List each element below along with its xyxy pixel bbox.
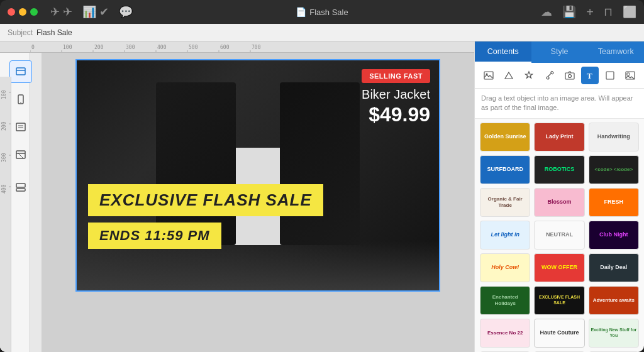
svg-rect-17 — [0, 77, 11, 352]
main-layout: 0 100 200 300 400 500 600 700 — [0, 41, 644, 352]
svg-rect-46 — [627, 73, 630, 75]
svg-rect-44 — [606, 72, 614, 79]
canvas-scroll[interactable]: SELLING FAST Biker Jacket $49.99 EXCLUSI… — [42, 53, 474, 352]
svg-point-42 — [568, 75, 571, 78]
style-item-let-light-in[interactable]: Let light in — [480, 221, 530, 250]
style-item-exclusive-flash-sale[interactable]: EXCLUSIVE FLASH SALE — [534, 286, 584, 315]
svg-text:700: 700 — [252, 45, 261, 50]
window-title: Flash Sale — [309, 8, 348, 17]
cloud-icon[interactable]: ☁ — [541, 5, 552, 19]
tab-teamwork[interactable]: Teamwork — [587, 41, 644, 63]
svg-text:0: 0 — [31, 45, 35, 50]
style-item-wow-offer[interactable]: WOW OFFER — [534, 253, 584, 282]
product-price: $49.99 — [369, 103, 430, 126]
style-item-essence-no22[interactable]: Essence No 22 — [480, 319, 530, 348]
window-title-area: 📄 Flash Sale — [296, 7, 348, 17]
svg-text:300: 300 — [1, 153, 7, 162]
tab-style[interactable]: Style — [531, 41, 588, 63]
jacket-left — [156, 82, 236, 245]
svg-point-29 — [20, 102, 21, 103]
email-canvas: SELLING FAST Biker Jacket $49.99 EXCLUSI… — [75, 59, 440, 292]
style-item-handwriting[interactable]: Handwriting — [589, 123, 639, 151]
style-item-organic[interactable]: Organic & Fair Trade — [480, 188, 530, 217]
add-icon[interactable]: + — [586, 5, 594, 19]
panel-toolbar: T — [475, 63, 644, 89]
tab-contents[interactable]: Contents — [475, 41, 531, 63]
product-title: Biker Jacket — [362, 87, 430, 102]
hero-image: SELLING FAST Biker Jacket $49.99 EXCLUSI… — [75, 59, 440, 292]
style-item-club-night[interactable]: Club Night — [589, 221, 639, 250]
pt-triangle[interactable] — [500, 67, 518, 84]
style-item-fresh[interactable]: FRESH — [589, 188, 639, 217]
svg-line-35 — [18, 153, 23, 158]
toolbar-right: ☁ 💾 + ⊓ ⬜ — [541, 5, 636, 19]
style-item-robotics[interactable]: ROBOTICS — [534, 155, 584, 184]
pt-image[interactable] — [480, 67, 497, 84]
svg-text:100: 100 — [1, 90, 7, 99]
svg-rect-38 — [484, 72, 493, 79]
toolbar-left: ✈ ✈ 📊 ✔ 💬 — [50, 5, 133, 19]
svg-text:400: 400 — [157, 45, 167, 50]
style-item-adventure-awaits[interactable]: Adventure awaits — [589, 286, 639, 315]
svg-rect-26 — [16, 68, 25, 75]
style-item-haute-couture[interactable]: Haute Couture — [534, 319, 584, 348]
flash-sale-text: EXCLUSIVE FLASH SALE — [99, 190, 312, 209]
panel-hint: Drag a text object into an image area. W… — [475, 89, 644, 119]
style-item-holy-cow[interactable]: Holy Cow! — [480, 253, 530, 282]
canvas-area: 0 100 200 300 400 500 600 700 — [0, 41, 474, 352]
selling-fast-badge: SELLING FAST — [362, 69, 430, 83]
tool-buttons — [9, 58, 32, 199]
subject-bar: Subject Flash Sale — [0, 24, 644, 41]
style-item-daily-deal[interactable]: Daily Deal — [589, 253, 639, 282]
titlebar: ✈ ✈ 📊 ✔ 💬 📄 Flash Sale ☁ 💾 + ⊓ ⬜ — [0, 0, 644, 24]
ruler-svg: 0 100 200 300 400 500 600 700 — [30, 41, 474, 53]
save-icon[interactable]: 💾 — [562, 5, 576, 19]
style-item-code[interactable]: <code> </code> — [589, 155, 639, 184]
jacket-right — [280, 82, 360, 245]
layout-tool[interactable] — [9, 143, 32, 166]
pt-star[interactable] — [520, 67, 538, 84]
left-toolbar: 100 200 300 400 — [0, 53, 30, 352]
close-button[interactable] — [8, 8, 15, 16]
style-item-enchanted-holidays[interactable]: Enchanted Holidays — [480, 286, 530, 315]
pt-photo[interactable] — [621, 67, 639, 84]
pt-paint[interactable] — [540, 67, 558, 84]
stats-icon[interactable]: 📊 ✔ — [82, 5, 109, 19]
ground — [75, 241, 440, 292]
style-item-golden-sunrise[interactable]: Golden Sunrise — [480, 123, 530, 151]
preview-icon[interactable]: ⬜ — [623, 5, 636, 19]
subject-value: Flash Sale — [36, 28, 72, 37]
desktop-layout-tool[interactable] — [9, 60, 32, 83]
svg-text:300: 300 — [126, 45, 135, 50]
traffic-lights — [8, 8, 38, 16]
vertical-ruler-svg: 100 200 300 400 — [0, 77, 11, 352]
style-item-neutral[interactable]: NEUTRAL — [534, 221, 584, 250]
maximize-button[interactable] — [30, 8, 38, 16]
minimize-button[interactable] — [19, 8, 26, 16]
style-item-lady-print[interactable]: Lady Print — [534, 123, 584, 151]
svg-text:400: 400 — [1, 184, 7, 194]
layers-tool[interactable] — [9, 176, 32, 199]
style-item-exciting[interactable]: Exciting New Stuff for You — [589, 319, 639, 348]
layout-icon[interactable]: ⊓ — [604, 5, 613, 19]
mobile-layout-tool[interactable] — [9, 88, 32, 111]
pt-text[interactable]: T — [581, 67, 599, 84]
chat-icon[interactable]: 💬 — [119, 5, 133, 19]
pt-camera[interactable] — [561, 67, 579, 84]
svg-rect-33 — [16, 151, 25, 158]
style-item-blossom[interactable]: Blossom — [534, 188, 584, 217]
right-panel: Contents Style Teamwork T — [474, 41, 644, 352]
panel-tabs: Contents Style Teamwork — [475, 41, 644, 63]
canvas-wrapper: SELLING FAST Biker Jacket $49.99 EXCLUSI… — [75, 59, 440, 292]
svg-rect-36 — [16, 189, 25, 191]
style-item-surfboard[interactable]: SURFBOARD — [480, 155, 530, 184]
ruler-top: 0 100 200 300 400 500 600 700 — [0, 41, 474, 53]
text-tool-left[interactable] — [9, 116, 32, 138]
svg-text:200: 200 — [94, 45, 104, 50]
pt-box[interactable] — [601, 67, 619, 84]
style-grid: Golden SunriseLady PrintHandwritingSURFB… — [475, 119, 644, 352]
svg-text:100: 100 — [63, 45, 72, 50]
subject-label: Subject — [8, 28, 33, 37]
back-forward-icon[interactable]: ✈ ✈ — [50, 5, 72, 19]
svg-text:200: 200 — [1, 121, 7, 131]
